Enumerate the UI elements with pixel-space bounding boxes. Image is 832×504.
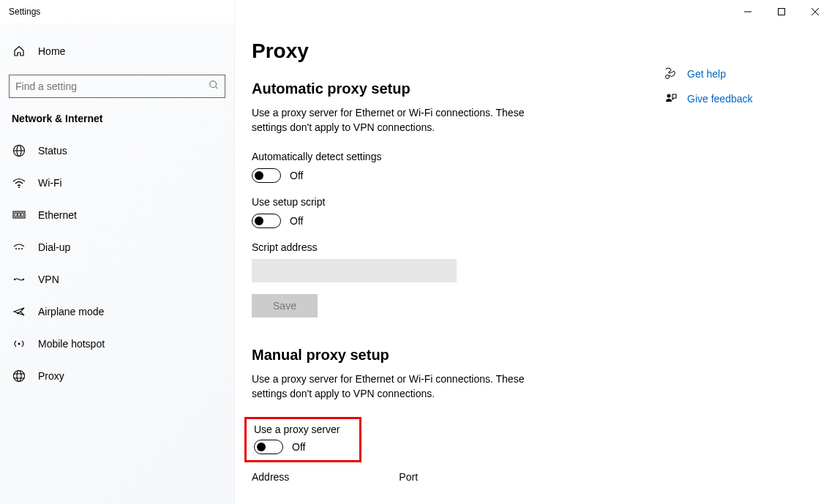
svg-point-16 xyxy=(21,248,23,249)
svg-point-24 xyxy=(666,75,670,79)
script-address-input[interactable] xyxy=(252,259,457,282)
address-label: Address xyxy=(252,471,289,483)
port-label: Port xyxy=(399,471,418,483)
maximize-icon xyxy=(778,8,785,15)
minimize-button[interactable] xyxy=(731,0,765,23)
home-icon xyxy=(12,45,26,57)
use-proxy-label: Use a proxy server xyxy=(254,424,352,435)
sidebar-item-label: VPN xyxy=(38,274,59,285)
svg-rect-11 xyxy=(15,213,17,217)
sidebar-item-status[interactable]: Status xyxy=(9,135,225,167)
dialup-icon xyxy=(12,241,26,254)
manual-proxy-heading: Manual proxy setup xyxy=(252,347,632,364)
minimize-icon xyxy=(744,8,752,15)
use-proxy-state: Off xyxy=(292,441,305,453)
auto-proxy-desc: Use a proxy server for Ethernet or Wi-Fi… xyxy=(252,106,559,135)
svg-point-19 xyxy=(18,343,20,345)
svg-rect-12 xyxy=(18,213,20,217)
sidebar-item-ethernet[interactable]: Ethernet xyxy=(9,199,225,231)
sidebar-item-label: Mobile hotspot xyxy=(38,338,105,350)
help-icon xyxy=(664,67,678,80)
sidebar-item-hotspot[interactable]: Mobile hotspot xyxy=(9,328,225,360)
use-proxy-toggle[interactable] xyxy=(254,440,283,454)
get-help-text: Get help xyxy=(687,68,726,80)
svg-point-15 xyxy=(18,248,20,249)
give-feedback-link[interactable]: Give feedback xyxy=(664,92,810,105)
manual-proxy-desc: Use a proxy server for Ethernet or Wi-Fi… xyxy=(252,372,559,401)
sidebar-item-airplane[interactable]: Airplane mode xyxy=(9,296,225,328)
svg-point-9 xyxy=(18,187,20,188)
sidebar-item-label: Status xyxy=(38,145,67,157)
give-feedback-text: Give feedback xyxy=(687,93,753,105)
vpn-icon xyxy=(12,273,26,286)
feedback-icon xyxy=(664,92,678,105)
sidebar-item-dialup[interactable]: Dial-up xyxy=(9,231,225,263)
setup-script-toggle[interactable] xyxy=(252,214,281,228)
svg-rect-13 xyxy=(21,213,23,217)
sidebar-item-label: Dial-up xyxy=(38,241,70,253)
search-icon xyxy=(209,80,219,93)
window-title: Settings xyxy=(9,7,40,17)
home-label: Home xyxy=(38,45,65,57)
svg-point-25 xyxy=(667,94,671,98)
window-controls xyxy=(731,0,832,23)
maximize-button[interactable] xyxy=(765,0,798,23)
aside-panel: Get help Give feedback xyxy=(664,67,810,117)
page-title: Proxy xyxy=(252,40,632,63)
titlebar: Settings xyxy=(0,0,832,23)
highlight-annotation: Use a proxy server Off xyxy=(244,417,361,462)
sidebar-item-label: Ethernet xyxy=(38,209,77,221)
sidebar: Home Network & Internet Status Wi-Fi xyxy=(0,23,234,504)
svg-point-17 xyxy=(14,279,15,280)
sidebar-item-label: Wi-Fi xyxy=(38,177,62,189)
sidebar-item-label: Proxy xyxy=(38,370,64,382)
search-box[interactable] xyxy=(9,75,225,98)
svg-point-14 xyxy=(15,248,17,249)
setup-script-label: Use setup script xyxy=(252,196,632,208)
close-icon xyxy=(812,8,819,15)
ethernet-icon xyxy=(12,208,26,222)
script-address-label: Script address xyxy=(252,241,632,253)
svg-point-4 xyxy=(210,81,217,88)
status-icon xyxy=(12,144,26,157)
sidebar-item-proxy[interactable]: Proxy xyxy=(9,360,225,392)
main-panel: Proxy Automatic proxy setup Use a proxy … xyxy=(234,23,832,504)
auto-detect-toggle[interactable] xyxy=(252,168,281,183)
auto-detect-state: Off xyxy=(290,170,303,181)
search-input[interactable] xyxy=(15,80,209,92)
home-link[interactable]: Home xyxy=(9,35,225,67)
svg-point-21 xyxy=(17,371,21,382)
svg-rect-1 xyxy=(779,9,785,15)
hotspot-icon xyxy=(12,337,26,350)
sidebar-item-label: Airplane mode xyxy=(38,306,104,317)
sidebar-section-title: Network & Internet xyxy=(9,113,225,124)
auto-detect-label: Automatically detect settings xyxy=(252,151,632,162)
wifi-icon xyxy=(12,176,26,189)
airplane-icon xyxy=(12,305,26,318)
setup-script-state: Off xyxy=(290,215,303,227)
get-help-link[interactable]: Get help xyxy=(664,67,810,80)
sidebar-item-wifi[interactable]: Wi-Fi xyxy=(9,167,225,199)
svg-point-18 xyxy=(23,279,24,280)
sidebar-item-vpn[interactable]: VPN xyxy=(9,263,225,296)
svg-point-20 xyxy=(14,371,25,382)
svg-line-5 xyxy=(216,87,218,89)
auto-proxy-heading: Automatic proxy setup xyxy=(252,80,632,97)
proxy-icon xyxy=(12,369,26,383)
save-button[interactable]: Save xyxy=(252,294,318,317)
close-button[interactable] xyxy=(798,0,832,23)
